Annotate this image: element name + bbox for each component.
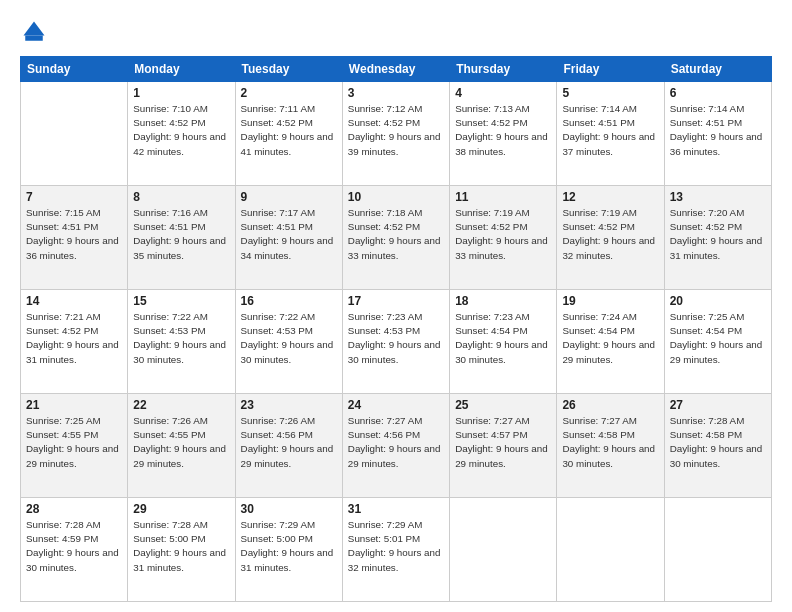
calendar-week-2: 7Sunrise: 7:15 AM Sunset: 4:51 PM Daylig…: [21, 186, 772, 290]
day-number: 24: [348, 398, 444, 412]
day-number: 15: [133, 294, 229, 308]
calendar-cell: [450, 498, 557, 602]
day-info: Sunrise: 7:23 AM Sunset: 4:54 PM Dayligh…: [455, 310, 551, 367]
day-info: Sunrise: 7:19 AM Sunset: 4:52 PM Dayligh…: [562, 206, 658, 263]
day-info: Sunrise: 7:22 AM Sunset: 4:53 PM Dayligh…: [241, 310, 337, 367]
day-number: 9: [241, 190, 337, 204]
calendar-cell: 30Sunrise: 7:29 AM Sunset: 5:00 PM Dayli…: [235, 498, 342, 602]
day-number: 4: [455, 86, 551, 100]
calendar-cell: 8Sunrise: 7:16 AM Sunset: 4:51 PM Daylig…: [128, 186, 235, 290]
day-info: Sunrise: 7:20 AM Sunset: 4:52 PM Dayligh…: [670, 206, 766, 263]
day-number: 30: [241, 502, 337, 516]
calendar-cell: [557, 498, 664, 602]
calendar-table: SundayMondayTuesdayWednesdayThursdayFrid…: [20, 56, 772, 602]
weekday-header-sunday: Sunday: [21, 57, 128, 82]
day-info: Sunrise: 7:28 AM Sunset: 4:58 PM Dayligh…: [670, 414, 766, 471]
day-info: Sunrise: 7:11 AM Sunset: 4:52 PM Dayligh…: [241, 102, 337, 159]
calendar-cell: 22Sunrise: 7:26 AM Sunset: 4:55 PM Dayli…: [128, 394, 235, 498]
day-number: 3: [348, 86, 444, 100]
page: SundayMondayTuesdayWednesdayThursdayFrid…: [0, 0, 792, 612]
calendar-cell: 26Sunrise: 7:27 AM Sunset: 4:58 PM Dayli…: [557, 394, 664, 498]
calendar-cell: 11Sunrise: 7:19 AM Sunset: 4:52 PM Dayli…: [450, 186, 557, 290]
calendar-cell: 16Sunrise: 7:22 AM Sunset: 4:53 PM Dayli…: [235, 290, 342, 394]
day-number: 26: [562, 398, 658, 412]
day-info: Sunrise: 7:28 AM Sunset: 4:59 PM Dayligh…: [26, 518, 122, 575]
calendar-week-4: 21Sunrise: 7:25 AM Sunset: 4:55 PM Dayli…: [21, 394, 772, 498]
day-info: Sunrise: 7:22 AM Sunset: 4:53 PM Dayligh…: [133, 310, 229, 367]
calendar-cell: [664, 498, 771, 602]
calendar-cell: 9Sunrise: 7:17 AM Sunset: 4:51 PM Daylig…: [235, 186, 342, 290]
day-info: Sunrise: 7:24 AM Sunset: 4:54 PM Dayligh…: [562, 310, 658, 367]
day-info: Sunrise: 7:10 AM Sunset: 4:52 PM Dayligh…: [133, 102, 229, 159]
day-number: 7: [26, 190, 122, 204]
day-number: 8: [133, 190, 229, 204]
calendar-cell: 21Sunrise: 7:25 AM Sunset: 4:55 PM Dayli…: [21, 394, 128, 498]
calendar-cell: 18Sunrise: 7:23 AM Sunset: 4:54 PM Dayli…: [450, 290, 557, 394]
calendar-cell: [21, 82, 128, 186]
svg-rect-1: [25, 36, 43, 41]
weekday-header-tuesday: Tuesday: [235, 57, 342, 82]
day-info: Sunrise: 7:14 AM Sunset: 4:51 PM Dayligh…: [670, 102, 766, 159]
calendar-cell: 1Sunrise: 7:10 AM Sunset: 4:52 PM Daylig…: [128, 82, 235, 186]
day-info: Sunrise: 7:27 AM Sunset: 4:56 PM Dayligh…: [348, 414, 444, 471]
calendar-cell: 24Sunrise: 7:27 AM Sunset: 4:56 PM Dayli…: [342, 394, 449, 498]
day-number: 11: [455, 190, 551, 204]
day-number: 22: [133, 398, 229, 412]
calendar-cell: 10Sunrise: 7:18 AM Sunset: 4:52 PM Dayli…: [342, 186, 449, 290]
calendar-cell: 25Sunrise: 7:27 AM Sunset: 4:57 PM Dayli…: [450, 394, 557, 498]
calendar-cell: 2Sunrise: 7:11 AM Sunset: 4:52 PM Daylig…: [235, 82, 342, 186]
day-info: Sunrise: 7:27 AM Sunset: 4:57 PM Dayligh…: [455, 414, 551, 471]
day-number: 23: [241, 398, 337, 412]
day-number: 21: [26, 398, 122, 412]
calendar-cell: 29Sunrise: 7:28 AM Sunset: 5:00 PM Dayli…: [128, 498, 235, 602]
day-number: 14: [26, 294, 122, 308]
calendar-cell: 7Sunrise: 7:15 AM Sunset: 4:51 PM Daylig…: [21, 186, 128, 290]
calendar-cell: 15Sunrise: 7:22 AM Sunset: 4:53 PM Dayli…: [128, 290, 235, 394]
day-number: 20: [670, 294, 766, 308]
weekday-header-friday: Friday: [557, 57, 664, 82]
day-number: 1: [133, 86, 229, 100]
weekday-header-row: SundayMondayTuesdayWednesdayThursdayFrid…: [21, 57, 772, 82]
weekday-header-monday: Monday: [128, 57, 235, 82]
day-number: 31: [348, 502, 444, 516]
calendar-cell: 28Sunrise: 7:28 AM Sunset: 4:59 PM Dayli…: [21, 498, 128, 602]
logo: [20, 18, 52, 46]
day-info: Sunrise: 7:15 AM Sunset: 4:51 PM Dayligh…: [26, 206, 122, 263]
day-number: 27: [670, 398, 766, 412]
calendar-cell: 23Sunrise: 7:26 AM Sunset: 4:56 PM Dayli…: [235, 394, 342, 498]
svg-marker-0: [24, 22, 45, 36]
day-number: 29: [133, 502, 229, 516]
day-info: Sunrise: 7:25 AM Sunset: 4:54 PM Dayligh…: [670, 310, 766, 367]
day-info: Sunrise: 7:29 AM Sunset: 5:00 PM Dayligh…: [241, 518, 337, 575]
day-number: 12: [562, 190, 658, 204]
calendar-cell: 20Sunrise: 7:25 AM Sunset: 4:54 PM Dayli…: [664, 290, 771, 394]
day-info: Sunrise: 7:12 AM Sunset: 4:52 PM Dayligh…: [348, 102, 444, 159]
day-info: Sunrise: 7:13 AM Sunset: 4:52 PM Dayligh…: [455, 102, 551, 159]
logo-icon: [20, 18, 48, 46]
day-info: Sunrise: 7:25 AM Sunset: 4:55 PM Dayligh…: [26, 414, 122, 471]
calendar-cell: 13Sunrise: 7:20 AM Sunset: 4:52 PM Dayli…: [664, 186, 771, 290]
calendar-week-1: 1Sunrise: 7:10 AM Sunset: 4:52 PM Daylig…: [21, 82, 772, 186]
day-number: 17: [348, 294, 444, 308]
day-info: Sunrise: 7:14 AM Sunset: 4:51 PM Dayligh…: [562, 102, 658, 159]
day-number: 25: [455, 398, 551, 412]
day-number: 6: [670, 86, 766, 100]
day-number: 13: [670, 190, 766, 204]
calendar-cell: 6Sunrise: 7:14 AM Sunset: 4:51 PM Daylig…: [664, 82, 771, 186]
weekday-header-wednesday: Wednesday: [342, 57, 449, 82]
day-info: Sunrise: 7:29 AM Sunset: 5:01 PM Dayligh…: [348, 518, 444, 575]
calendar-cell: 3Sunrise: 7:12 AM Sunset: 4:52 PM Daylig…: [342, 82, 449, 186]
day-info: Sunrise: 7:26 AM Sunset: 4:55 PM Dayligh…: [133, 414, 229, 471]
weekday-header-thursday: Thursday: [450, 57, 557, 82]
calendar-cell: 4Sunrise: 7:13 AM Sunset: 4:52 PM Daylig…: [450, 82, 557, 186]
calendar-cell: 27Sunrise: 7:28 AM Sunset: 4:58 PM Dayli…: [664, 394, 771, 498]
calendar-week-3: 14Sunrise: 7:21 AM Sunset: 4:52 PM Dayli…: [21, 290, 772, 394]
calendar-cell: 14Sunrise: 7:21 AM Sunset: 4:52 PM Dayli…: [21, 290, 128, 394]
calendar-week-5: 28Sunrise: 7:28 AM Sunset: 4:59 PM Dayli…: [21, 498, 772, 602]
day-info: Sunrise: 7:17 AM Sunset: 4:51 PM Dayligh…: [241, 206, 337, 263]
day-number: 16: [241, 294, 337, 308]
day-number: 19: [562, 294, 658, 308]
day-info: Sunrise: 7:23 AM Sunset: 4:53 PM Dayligh…: [348, 310, 444, 367]
weekday-header-saturday: Saturday: [664, 57, 771, 82]
day-info: Sunrise: 7:16 AM Sunset: 4:51 PM Dayligh…: [133, 206, 229, 263]
